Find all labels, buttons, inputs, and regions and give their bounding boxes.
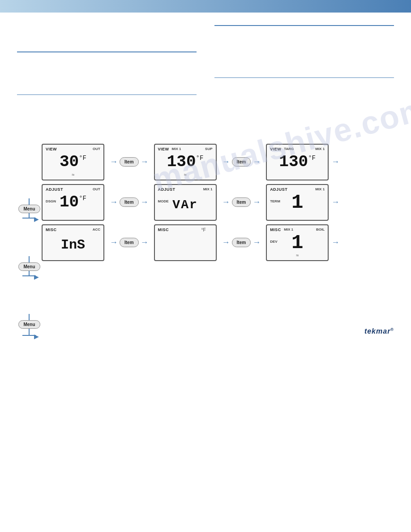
- top-right-acc: ACC: [93, 227, 100, 232]
- value-10: 10°F: [60, 193, 86, 211]
- right-rule-1: [214, 25, 394, 26]
- wave-icon-1: ≈: [72, 172, 74, 177]
- top-right-sup: SUP: [205, 147, 212, 151]
- left-body-6: [17, 75, 197, 82]
- right-body-8: [214, 99, 394, 107]
- left-body-11: [17, 126, 197, 133]
- arrow-right-7: →: [141, 197, 149, 207]
- item-button-5[interactable]: Item: [120, 238, 139, 247]
- left-body-4: [17, 56, 197, 64]
- top-mid-mix1-2: MIX 1: [284, 227, 293, 232]
- arrow-right-2: →: [141, 157, 149, 167]
- value-130-1: 130°F: [167, 153, 204, 171]
- header-gradient-bar: [0, 0, 411, 13]
- value-1-term: 1: [291, 191, 303, 214]
- arrow-right-10: →: [331, 197, 339, 207]
- left-body-1: [17, 21, 197, 28]
- top-right-out2: OUT: [93, 187, 100, 191]
- lcd-view-mix1-sup: VIEW MIX 1 SUP 130°F ≈: [154, 144, 217, 180]
- lcd-misc-empty: MISC °F: [154, 224, 217, 261]
- top-right-mix1-3: MIX 1: [315, 187, 325, 191]
- right-body-3: [214, 48, 394, 56]
- left-label-dsgn: DSGN: [46, 199, 56, 203]
- menu-button-2[interactable]: Menu: [18, 262, 40, 271]
- arrow-item-3: → Item →: [108, 197, 150, 207]
- arrow-right-15: →: [331, 238, 339, 247]
- left-nav-column: Menu ▶ Menu: [17, 144, 42, 336]
- left-rule-1: [17, 51, 197, 52]
- right-body-4: [214, 58, 394, 65]
- left-top-section: [17, 21, 197, 136]
- mode-label-adjust1: ADJUST: [46, 187, 63, 192]
- value-var: VAr: [172, 198, 197, 212]
- value-1-dev: 1: [291, 232, 303, 254]
- menu-button-3[interactable]: Menu: [18, 320, 40, 329]
- value-30: 30°F: [60, 153, 86, 171]
- arrow-item-2: → Item →: [220, 157, 263, 167]
- arrow-item-4: → Item →: [220, 197, 263, 207]
- left-body-7: [17, 84, 197, 92]
- arrow-right-5: →: [331, 157, 339, 167]
- arrow-right-3: →: [222, 157, 230, 167]
- display-row-1: VIEW OUT 30°F ≈ → Item →: [42, 144, 394, 180]
- lcd-misc-acc-ins: MISC ACC InS: [42, 224, 104, 261]
- top-right-mix1-2: MIX 1: [203, 187, 213, 191]
- mode-label-misc1: MISC: [46, 227, 57, 232]
- right-body-5: [214, 67, 394, 75]
- item-button-1[interactable]: Item: [120, 157, 139, 167]
- arrow-right-8: →: [222, 197, 230, 207]
- mode-label-adjust3: ADJUST: [270, 187, 287, 192]
- top-right-mix1-1: MIX 1: [315, 147, 325, 151]
- arrow-item-1: → Item →: [108, 157, 150, 167]
- left-body-9: [17, 107, 197, 115]
- diagram-area: Menu ▶ Menu: [17, 144, 394, 336]
- left-body-2: [17, 30, 197, 38]
- arrow-item-6: → Item →: [220, 238, 263, 247]
- displays-container: VIEW OUT 30°F ≈ → Item →: [42, 144, 394, 265]
- mode-label-view1: VIEW: [46, 147, 57, 151]
- wave-icon-3: ≈: [296, 253, 299, 258]
- top-right-boil: BOIL: [316, 227, 325, 232]
- left-label-dev: DEV: [270, 240, 277, 244]
- lcd-adjust-mix1-mode: ADJUST MIX 1 MODE VAr: [154, 184, 217, 221]
- left-label-mode: MODE: [158, 199, 169, 203]
- mode-label-view3: VIEW: [270, 147, 281, 151]
- arrow-right-9: →: [253, 197, 261, 207]
- item-button-3[interactable]: Item: [120, 197, 139, 207]
- item-button-2[interactable]: Item: [232, 157, 251, 167]
- display-row-3: MISC ACC InS → Item → MISC °F: [42, 224, 394, 261]
- left-body-10: [17, 116, 197, 124]
- arrow-right-12: →: [141, 238, 149, 247]
- tekmar-logo: tekmar®: [364, 327, 394, 335]
- right-top-section: [214, 21, 394, 136]
- lcd-adjust-out-dsgn: ADJUST OUT DSGN 10°F: [42, 184, 104, 221]
- lcd-view-out: VIEW OUT 30°F ≈: [42, 144, 104, 180]
- left-rule-2: [17, 94, 197, 95]
- mode-label-view2: VIEW: [158, 147, 169, 151]
- lcd-adjust-mix1-term: ADJUST MIX 1 TERM 1: [266, 184, 329, 221]
- top-mid-targ: TARG: [284, 147, 294, 151]
- right-body-7: [214, 90, 394, 98]
- right-body-2: [214, 39, 394, 47]
- wave-icon-2: ≈: [184, 172, 187, 177]
- right-body-1: [214, 30, 394, 37]
- item-button-6[interactable]: Item: [232, 238, 251, 247]
- left-body-5: [17, 65, 197, 73]
- unit-degF: °F: [201, 227, 206, 232]
- lcd-misc-boil-dev: MISC MIX 1 BOIL DEV 1 ≈: [266, 224, 329, 261]
- arrow-right-4: →: [253, 157, 261, 167]
- left-body-3: [17, 39, 197, 47]
- arrow-right-6: →: [110, 197, 118, 207]
- left-body-8: [17, 98, 197, 105]
- right-body-6: [214, 81, 394, 88]
- right-rule-2: [214, 77, 394, 78]
- menu-button-1[interactable]: Menu: [18, 205, 40, 213]
- item-button-4[interactable]: Item: [232, 197, 251, 207]
- arrow-right-1: →: [110, 157, 118, 167]
- top-right-out: OUT: [93, 147, 100, 151]
- value-130-2: 130°F: [279, 153, 316, 171]
- arrow-item-5: → Item →: [108, 238, 150, 247]
- arrow-right-11: →: [110, 238, 118, 247]
- lcd-view-targ-mix1: VIEW TARG MIX 1 130°F: [266, 144, 329, 180]
- value-ins: InS: [61, 237, 85, 253]
